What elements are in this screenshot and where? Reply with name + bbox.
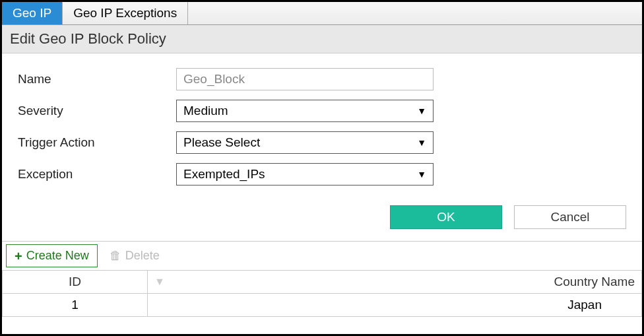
ok-button[interactable]: OK: [390, 205, 502, 229]
delete-label: Delete: [125, 249, 160, 263]
row-id: 1: [3, 294, 148, 317]
severity-value: Medium: [183, 104, 228, 118]
trigger-action-select[interactable]: Please Select ▼: [176, 131, 434, 154]
filter-icon[interactable]: ▼: [154, 276, 165, 288]
row-country: Japan: [148, 294, 642, 317]
form: Name Severity Medium ▼ Trigger Action Pl…: [2, 53, 642, 199]
create-new-button[interactable]: + Create New: [6, 244, 98, 267]
actions-row: OK Cancel: [2, 199, 642, 241]
caret-down-icon: ▼: [417, 106, 426, 116]
cancel-button[interactable]: Cancel: [514, 205, 626, 229]
trigger-action-value: Please Select: [183, 135, 260, 150]
severity-label: Severity: [18, 104, 176, 118]
delete-button[interactable]: 🗑 Delete: [110, 249, 160, 263]
exception-select[interactable]: Exempted_IPs ▼: [176, 163, 434, 185]
name-label: Name: [18, 72, 176, 86]
severity-select[interactable]: Medium ▼: [176, 100, 434, 122]
create-new-label: Create New: [26, 249, 89, 263]
table-toolbar: + Create New 🗑 Delete: [2, 241, 642, 270]
plus-icon: +: [15, 250, 22, 263]
page-title: Edit Geo IP Block Policy: [2, 25, 642, 53]
tabs-bar: Geo IP Geo IP Exceptions: [2, 2, 642, 25]
trash-icon: 🗑: [110, 249, 121, 263]
caret-down-icon: ▼: [417, 137, 426, 148]
name-input[interactable]: [176, 68, 434, 90]
exception-value: Exempted_IPs: [183, 167, 265, 182]
tab-geo-ip-exceptions[interactable]: Geo IP Exceptions: [63, 2, 188, 24]
country-table: ID ▼ Country Name 1 Japan: [2, 270, 642, 317]
caret-down-icon: ▼: [417, 169, 426, 180]
trigger-action-label: Trigger Action: [18, 135, 176, 150]
exception-label: Exception: [18, 167, 176, 182]
country-column-label: Country Name: [554, 275, 635, 289]
country-column-header[interactable]: ▼ Country Name: [148, 271, 642, 294]
id-column-header[interactable]: ID: [3, 271, 148, 294]
table-row[interactable]: 1 Japan: [3, 294, 642, 317]
tab-geo-ip[interactable]: Geo IP: [2, 2, 63, 24]
